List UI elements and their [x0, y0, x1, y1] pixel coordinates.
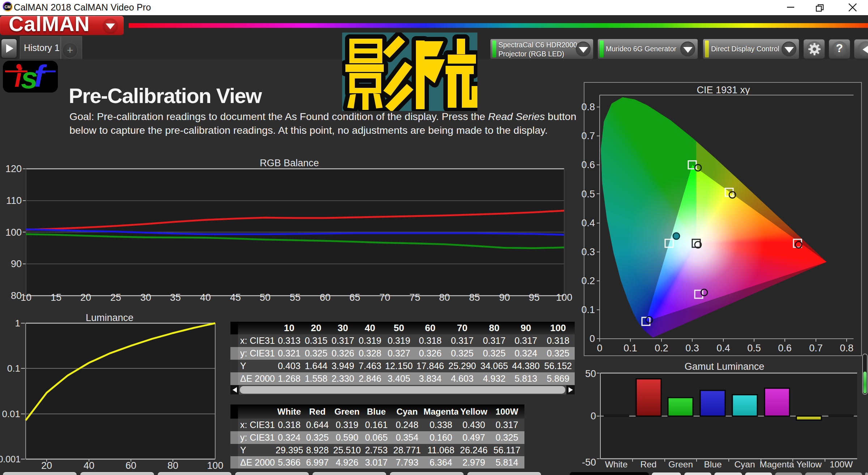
svg-text:Yellow: Yellow [796, 459, 822, 469]
svg-text:-50: -50 [582, 457, 596, 468]
svg-text:100W: 100W [830, 459, 853, 469]
svg-text:50: 50 [585, 368, 596, 379]
svg-text:Red: Red [641, 459, 657, 469]
svg-text:Blue: Blue [704, 459, 722, 469]
svg-text:0: 0 [591, 411, 596, 421]
svg-text:White: White [605, 459, 628, 469]
svg-text:Magenta: Magenta [760, 459, 794, 469]
svg-text:Green: Green [668, 459, 693, 469]
svg-text:Gamut Luminance: Gamut Luminance [685, 361, 765, 372]
svg-text:Cyan: Cyan [734, 459, 755, 469]
